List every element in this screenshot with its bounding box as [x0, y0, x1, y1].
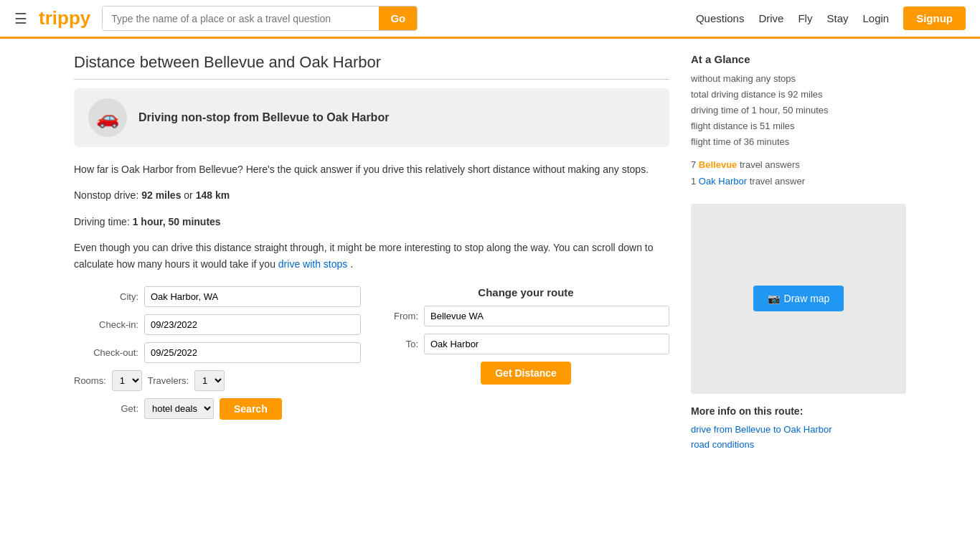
driving-time-label: Driving time:	[74, 216, 130, 227]
hotel-form: City: Check-in: Check-out: Rooms: 123 T	[74, 286, 361, 427]
oak-count: 1	[691, 176, 696, 187]
search-button[interactable]: Search	[220, 398, 282, 420]
to-row: To:	[382, 334, 669, 354]
to-label: To:	[382, 339, 418, 349]
from-input[interactable]	[424, 306, 669, 326]
from-label: From:	[382, 311, 418, 321]
glance-line1: without making any stops	[691, 73, 796, 84]
nav-login[interactable]: Login	[862, 12, 889, 24]
car-icon: 🚗	[88, 98, 127, 137]
hamburger-icon[interactable]: ☰	[14, 10, 27, 27]
nav-stay[interactable]: Stay	[826, 12, 848, 24]
search-bar: Go	[102, 6, 418, 31]
get-select[interactable]: hotel deals	[144, 398, 214, 419]
oak-suffix: travel answer	[750, 176, 805, 187]
at-a-glance-title: At a Glance	[691, 53, 906, 65]
travelers-select[interactable]: 123	[194, 370, 225, 391]
glance-line2: total driving distance is 92 miles	[691, 89, 823, 100]
route-form-title: Change your route	[382, 286, 669, 298]
left-column: Distance between Bellevue and Oak Harbor…	[74, 53, 669, 454]
bellevue-count: 7	[691, 159, 696, 170]
from-row: From:	[382, 306, 669, 326]
driving-time-paragraph: Driving time: 1 hour, 50 minutes	[74, 214, 669, 230]
checkin-label: Check-in:	[74, 319, 138, 330]
page-title: Distance between Bellevue and Oak Harbor	[74, 53, 669, 80]
get-row: Get: hotel deals Search	[74, 398, 361, 420]
driving-banner: 🚗 Driving non-stop from Bellevue to Oak …	[74, 88, 669, 147]
logo[interactable]: trippy	[39, 7, 90, 29]
stops-paragraph: Even though you can drive this distance …	[74, 240, 669, 272]
draw-map-button[interactable]: 📷 Draw map	[753, 286, 844, 311]
checkout-label: Check-out:	[74, 347, 138, 358]
route-link-1[interactable]: drive from Bellevue to Oak Harbor	[691, 424, 906, 435]
oak-harbor-link[interactable]: Oak Harbor	[699, 176, 747, 187]
checkout-input[interactable]	[144, 342, 361, 363]
stops-text-2: .	[350, 258, 353, 270]
bellevue-link[interactable]: Bellevue	[699, 159, 737, 170]
travelers-label: Travelers:	[148, 375, 189, 386]
city-input[interactable]	[144, 286, 361, 307]
nonstop-km: 148 km	[196, 189, 230, 201]
city-label: City:	[74, 291, 138, 302]
driving-time-value: 1 hour, 50 minutes	[133, 216, 221, 227]
city-row: City:	[74, 286, 361, 307]
rooms-select[interactable]: 123	[112, 370, 142, 391]
go-button[interactable]: Go	[379, 6, 417, 30]
bellevue-suffix: travel answers	[740, 159, 800, 170]
nonstop-miles: 92 miles	[141, 189, 181, 201]
get-distance-button[interactable]: Get Distance	[481, 362, 571, 385]
to-input[interactable]	[424, 334, 669, 354]
intro-paragraph: How far is Oak Harbor from Bellevue? Her…	[74, 161, 669, 177]
checkin-input[interactable]	[144, 314, 361, 335]
nonstop-paragraph: Nonstop drive: 92 miles or 148 km	[74, 187, 669, 203]
stops-text-1: Even though you can drive this distance …	[74, 242, 654, 269]
more-info: More info on this route: drive from Bell…	[691, 405, 906, 450]
at-a-glance: At a Glance without making any stops tot…	[691, 53, 906, 189]
search-input[interactable]	[103, 6, 379, 30]
nonstop-or: or	[184, 189, 192, 201]
checkout-row: Check-out:	[74, 342, 361, 363]
signup-button[interactable]: Signup	[903, 6, 966, 30]
nav-drive[interactable]: Drive	[758, 12, 783, 24]
route-form: Change your route From: To: Get Distance	[382, 286, 669, 427]
glance-line4: flight distance is 51 miles	[691, 121, 795, 131]
map-area: 📷 Draw map	[691, 204, 906, 394]
driving-banner-text: Driving non-stop from Bellevue to Oak Ha…	[138, 111, 389, 124]
glance-line3: driving time of 1 hour, 50 minutes	[691, 105, 829, 116]
main-nav: Questions Drive Fly Stay Login Signup	[696, 6, 966, 30]
right-column: At a Glance without making any stops tot…	[691, 53, 906, 454]
more-info-title: More info on this route:	[691, 405, 906, 417]
rooms-label: Rooms:	[74, 375, 106, 386]
nav-questions[interactable]: Questions	[696, 12, 745, 24]
rooms-travelers-row: Rooms: 123 Travelers: 123	[74, 370, 361, 391]
main-content: Distance between Bellevue and Oak Harbor…	[60, 39, 920, 468]
nonstop-label: Nonstop drive:	[74, 189, 138, 201]
header: ☰ trippy Go Questions Drive Fly Stay Log…	[0, 0, 980, 39]
route-link-2[interactable]: road conditions	[691, 439, 906, 450]
drive-with-stops-link[interactable]: drive with stops	[278, 258, 347, 270]
car-symbol: 🚗	[96, 107, 119, 129]
draw-map-icon: 📷	[768, 293, 780, 304]
checkin-row: Check-in:	[74, 314, 361, 335]
get-label: Get:	[74, 403, 138, 414]
draw-map-label: Draw map	[784, 293, 830, 304]
glance-line5: flight time of 36 minutes	[691, 136, 789, 147]
nav-fly[interactable]: Fly	[798, 12, 812, 24]
form-area: City: Check-in: Check-out: Rooms: 123 T	[74, 286, 669, 427]
